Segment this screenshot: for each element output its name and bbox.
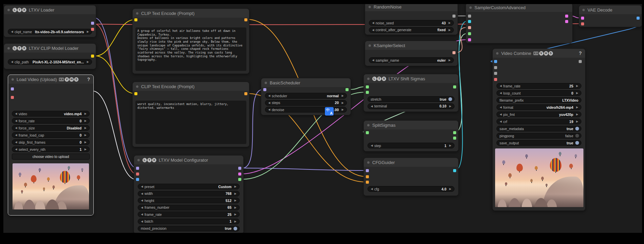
collapse-dot[interactable] bbox=[137, 159, 140, 161]
output-slot-conditioning[interactable] bbox=[244, 92, 247, 95]
decrement-arrow-icon[interactable]: ◀ bbox=[499, 106, 503, 109]
output-slot-vae[interactable] bbox=[91, 28, 94, 31]
output-slot-filenames[interactable] bbox=[579, 60, 582, 63]
widget-loop-count[interactable]: ◀loop_count0▶ bbox=[496, 90, 581, 96]
decrement-arrow-icon[interactable]: ◀ bbox=[140, 220, 144, 223]
collapse-dot[interactable] bbox=[367, 124, 370, 126]
increment-arrow-icon[interactable]: ▶ bbox=[575, 84, 579, 87]
input-slot-sigmas[interactable] bbox=[366, 131, 369, 134]
output-slot-model[interactable] bbox=[238, 167, 241, 170]
collapse-dot[interactable] bbox=[496, 52, 498, 55]
node-title-bar[interactable]: CFGGuider bbox=[364, 158, 458, 167]
decrement-arrow-icon[interactable]: ◀ bbox=[140, 199, 144, 202]
widget-sampler-name[interactable]: ◀sampler_nameeuler▶ bbox=[369, 57, 454, 63]
node-ltxv-model-configurator[interactable]: LTX LTXV Model Configurator ◀presetCusto… bbox=[134, 155, 244, 234]
input-slot-positive[interactable] bbox=[366, 175, 369, 178]
node-basic-scheduler[interactable]: BasicScheduler ◀schedulernormal▶ ◀steps2… bbox=[261, 78, 351, 115]
node-clip-text-encode-positive[interactable]: CLIP Text Encode (Prompt) A group of col… bbox=[132, 8, 249, 74]
decrement-arrow-icon[interactable]: ◀ bbox=[371, 21, 375, 24]
node-title-bar[interactable]: LTX LTXV CLIP Model Loader bbox=[4, 44, 96, 53]
increment-arrow-icon[interactable]: ▶ bbox=[341, 108, 345, 111]
decrement-arrow-icon[interactable]: ◀ bbox=[371, 28, 375, 32]
increment-arrow-icon[interactable]: ▶ bbox=[84, 119, 87, 122]
increment-arrow-icon[interactable]: ▶ bbox=[448, 187, 452, 190]
increment-arrow-icon[interactable]: ▶ bbox=[575, 92, 579, 95]
node-ltxv-shift-sigmas[interactable]: LTX LTXV Shift Sigmas stretchtrue ◀termi… bbox=[363, 74, 459, 112]
widget-pingpong-toggle[interactable]: pingpongfalse bbox=[496, 133, 581, 139]
output-slot-low-sigmas[interactable] bbox=[453, 137, 456, 140]
output-slot-sigmas[interactable] bbox=[346, 88, 349, 91]
decrement-arrow-icon[interactable]: ◀ bbox=[499, 84, 503, 87]
node-cfg-guider[interactable]: CFGGuider ◀cfg4.0▶ bbox=[363, 158, 459, 196]
comfyui-canvas[interactable]: LTX LTXV Loader ◀ ckpt_name ltx-video-2b… bbox=[0, 0, 644, 244]
widget-force-rate[interactable]: ◀force_rate0▶ bbox=[12, 118, 90, 124]
widget-step[interactable]: ◀step1▶ bbox=[368, 143, 454, 148]
toggle-knob[interactable] bbox=[575, 127, 579, 130]
increment-arrow-icon[interactable]: ▶ bbox=[84, 126, 87, 129]
widget-save-metadata-toggle[interactable]: save_metadatatrue bbox=[496, 126, 581, 131]
increment-arrow-icon[interactable]: ▶ bbox=[84, 141, 87, 144]
node-video-combine[interactable]: Video Combine VHS ? ◀frame_rate25▶ ◀loop… bbox=[492, 48, 585, 211]
input-slot-vae[interactable] bbox=[136, 172, 139, 176]
increment-arrow-icon[interactable]: ▶ bbox=[448, 28, 451, 32]
widget-format[interactable]: ◀formatvideo/h264-mp4▶ bbox=[496, 104, 581, 110]
output-slot-high-sigmas[interactable] bbox=[453, 131, 456, 134]
output-slot-image[interactable] bbox=[637, 17, 640, 20]
increment-arrow-icon[interactable]: ▶ bbox=[448, 144, 452, 147]
increment-arrow-icon[interactable]: ▶ bbox=[448, 59, 451, 62]
node-title-bar[interactable]: SplitSigmas bbox=[364, 121, 458, 129]
input-slot-model[interactable] bbox=[366, 169, 369, 172]
widget-save-output-toggle[interactable]: save_outputtrue bbox=[496, 140, 581, 146]
widget-preset[interactable]: ◀presetCustom▶ bbox=[138, 184, 240, 189]
collapse-dot[interactable] bbox=[7, 9, 10, 11]
node-title-bar[interactable]: KSamplerSelect bbox=[365, 41, 458, 50]
widget-terminal[interactable]: ◀terminal0.10▶ bbox=[368, 103, 454, 109]
widget-frame-rate[interactable]: ◀frame_rate25▶ bbox=[138, 211, 240, 217]
input-slot[interactable] bbox=[11, 87, 14, 90]
increment-arrow-icon[interactable]: ▶ bbox=[341, 101, 345, 104]
node-title-bar[interactable]: Video Combine VHS ? bbox=[493, 49, 585, 58]
collapse-dot[interactable] bbox=[367, 161, 370, 164]
output-slot-clip[interactable] bbox=[91, 55, 94, 58]
decrement-arrow-icon[interactable]: ◀ bbox=[140, 213, 144, 216]
output-slot-conditioning[interactable] bbox=[244, 18, 247, 21]
decrement-arrow-icon[interactable]: ◀ bbox=[14, 141, 18, 144]
node-vae-decode[interactable]: VAE Decode bbox=[579, 5, 642, 27]
decrement-arrow-icon[interactable]: ◀ bbox=[14, 119, 18, 122]
node-title-bar[interactable]: LTX LTXV Model Configurator bbox=[134, 156, 243, 164]
decrement-arrow-icon[interactable]: ◀ bbox=[10, 30, 14, 33]
help-icon[interactable]: ? bbox=[579, 50, 582, 56]
output-slot-noise[interactable] bbox=[452, 15, 456, 18]
input-slot-audio[interactable] bbox=[494, 66, 497, 69]
widget-noise-seed[interactable]: ◀noise_seed43▶ bbox=[369, 20, 454, 26]
input-slot-latent-image[interactable] bbox=[468, 38, 471, 41]
decrement-arrow-icon[interactable]: ◀ bbox=[14, 134, 18, 137]
increment-arrow-icon[interactable]: ▶ bbox=[234, 199, 237, 202]
collapse-dot[interactable] bbox=[265, 82, 267, 84]
input-slot-sigmas[interactable] bbox=[366, 85, 369, 88]
decrement-arrow-icon[interactable]: ◀ bbox=[499, 120, 503, 123]
node-sampler-custom-advanced[interactable]: SamplerCustomAdvanced bbox=[466, 3, 573, 43]
node-split-sigmas[interactable]: SplitSigmas ◀step1▶ bbox=[363, 120, 459, 151]
widget-select-every-nth[interactable]: ◀select_every_nth1▶ bbox=[12, 146, 90, 152]
collapse-dot[interactable] bbox=[136, 85, 138, 88]
input-slot-video[interactable] bbox=[136, 178, 139, 181]
input-slot-negative[interactable] bbox=[366, 181, 369, 184]
collapse-dot[interactable] bbox=[469, 6, 472, 9]
collapse-dot[interactable] bbox=[12, 78, 14, 81]
decrement-arrow-icon[interactable]: ◀ bbox=[370, 105, 374, 108]
node-title-bar[interactable]: BasicScheduler bbox=[261, 78, 351, 87]
increment-arrow-icon[interactable]: ▶ bbox=[84, 112, 87, 115]
input-slot-images[interactable] bbox=[494, 60, 497, 63]
node-title-bar[interactable]: VAE Decode bbox=[579, 5, 642, 14]
decrement-arrow-icon[interactable]: ◀ bbox=[370, 144, 374, 147]
widget-width[interactable]: ◀width768▶ bbox=[138, 191, 240, 197]
node-ltxv-loader[interactable]: LTX LTXV Loader ◀ ckpt_name ltx-video-2b… bbox=[4, 5, 96, 37]
node-title-bar[interactable]: SamplerCustomAdvanced bbox=[466, 3, 572, 12]
prompt-textarea[interactable]: worst quality, inconsistent motion, blur… bbox=[135, 101, 246, 144]
widget-pix-fmt[interactable]: ◀pix_fmtyuv420p▶ bbox=[496, 111, 581, 117]
widget-stretch-toggle[interactable]: stretchtrue bbox=[368, 96, 454, 102]
increment-arrow-icon[interactable]: ▶ bbox=[575, 106, 579, 109]
video-preview-thumbnail[interactable] bbox=[13, 163, 89, 209]
increment-arrow-icon[interactable]: ▶ bbox=[234, 213, 237, 216]
